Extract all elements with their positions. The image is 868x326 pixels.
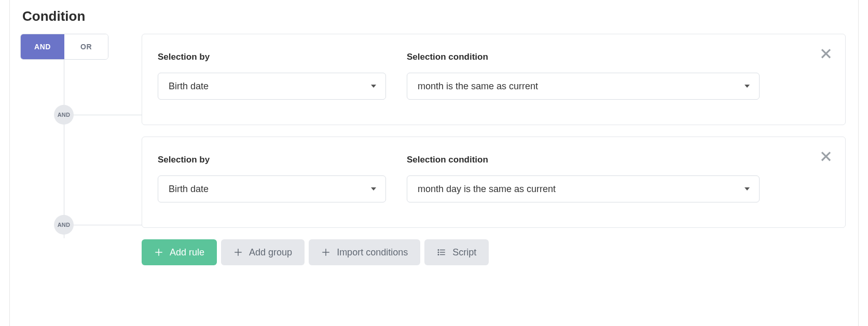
button-label: Add rule bbox=[170, 247, 204, 258]
chevron-down-icon bbox=[745, 187, 750, 191]
selection-condition-select[interactable]: month is the same as current bbox=[407, 73, 760, 100]
chevron-down-icon bbox=[371, 85, 376, 88]
select-value: Birth date bbox=[169, 184, 209, 195]
selection-by-select[interactable]: Birth date bbox=[158, 73, 386, 100]
button-label: Import conditions bbox=[337, 247, 408, 258]
operator-badge: AND bbox=[54, 105, 74, 125]
select-value: month is the same as current bbox=[418, 81, 538, 92]
operator-or-button[interactable]: OR bbox=[64, 34, 108, 59]
rules-column: Selection by Birth date Selection condit… bbox=[119, 34, 846, 265]
selection-by-field: Selection by Birth date bbox=[158, 52, 386, 100]
selection-by-field: Selection by Birth date bbox=[158, 155, 386, 202]
section-heading: Condition bbox=[20, 0, 846, 34]
selection-by-select[interactable]: Birth date bbox=[158, 175, 386, 202]
close-icon bbox=[819, 46, 833, 59]
plus-icon bbox=[321, 248, 330, 257]
plus-icon bbox=[154, 248, 163, 257]
select-value: month day is the same as current bbox=[418, 184, 556, 195]
tree-node: AND bbox=[64, 170, 119, 280]
add-group-button[interactable]: Add group bbox=[221, 239, 305, 265]
chevron-down-icon bbox=[371, 187, 376, 191]
selection-condition-field: Selection condition month day is the sam… bbox=[407, 155, 760, 202]
remove-rule-button[interactable] bbox=[819, 46, 833, 59]
svg-rect-5 bbox=[440, 254, 445, 255]
actions-row: Add rule Add group Import conditions bbox=[142, 239, 846, 265]
button-label: Add group bbox=[249, 247, 292, 258]
rule-tree: AND AND bbox=[64, 60, 119, 280]
close-icon bbox=[819, 148, 833, 162]
tree-node: AND bbox=[64, 60, 119, 170]
svg-point-4 bbox=[438, 254, 439, 255]
chevron-down-icon bbox=[745, 85, 750, 88]
plus-icon bbox=[233, 248, 243, 257]
button-label: Script bbox=[452, 247, 476, 258]
selection-condition-select[interactable]: month day is the same as current bbox=[407, 175, 760, 202]
list-icon bbox=[437, 248, 446, 257]
svg-point-2 bbox=[438, 252, 439, 253]
selection-condition-field: Selection condition month is the same as… bbox=[407, 52, 760, 100]
operator-badge: AND bbox=[54, 215, 74, 235]
svg-rect-3 bbox=[440, 252, 445, 253]
operator-and-button[interactable]: AND bbox=[21, 34, 64, 59]
tree-connector bbox=[64, 225, 142, 225]
field-label: Selection by bbox=[158, 52, 386, 62]
add-rule-button[interactable]: Add rule bbox=[142, 239, 217, 265]
rule-card: Selection by Birth date Selection condit… bbox=[142, 137, 846, 228]
field-label: Selection condition bbox=[407, 52, 760, 62]
svg-rect-1 bbox=[440, 250, 445, 251]
remove-rule-button[interactable] bbox=[819, 148, 833, 162]
operator-column: AND OR AND AND bbox=[20, 34, 119, 280]
field-label: Selection condition bbox=[407, 155, 760, 165]
field-label: Selection by bbox=[158, 155, 386, 165]
operator-toggle: AND OR bbox=[20, 34, 108, 60]
script-button[interactable]: Script bbox=[424, 239, 489, 265]
import-conditions-button[interactable]: Import conditions bbox=[309, 239, 420, 265]
select-value: Birth date bbox=[169, 81, 209, 92]
rule-card: Selection by Birth date Selection condit… bbox=[142, 34, 846, 125]
tree-connector bbox=[64, 115, 142, 115]
svg-point-0 bbox=[438, 249, 439, 251]
condition-builder: AND OR AND AND bbox=[20, 34, 846, 280]
